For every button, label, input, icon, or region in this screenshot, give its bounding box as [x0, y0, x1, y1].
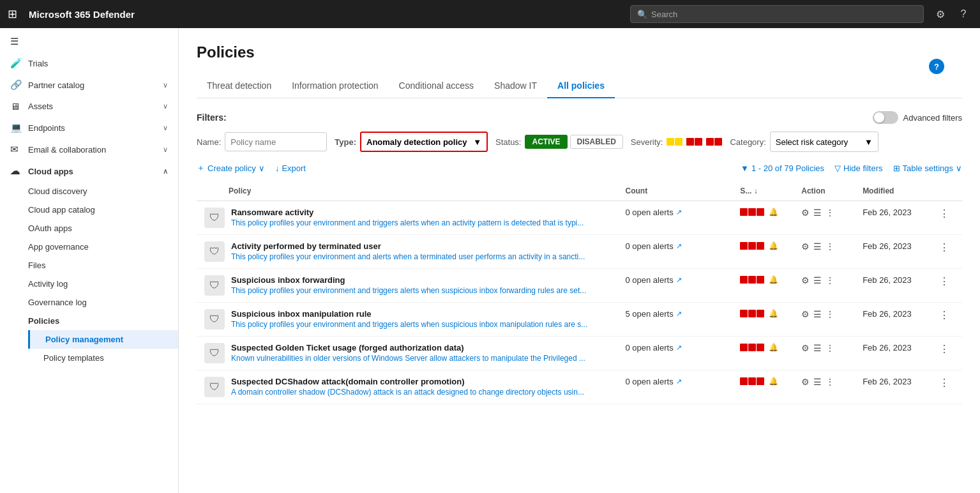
external-link-icon-5[interactable]: ↗: [676, 377, 682, 386]
chevron-down-icon: ∨: [163, 124, 168, 132]
severity-high[interactable]: [706, 138, 722, 146]
action-icons-1: ⚙ ☰ ⋮: [801, 241, 847, 252]
external-link-icon-3[interactable]: ↗: [676, 310, 682, 318]
sidebar-item-policy-templates[interactable]: Policy templates: [28, 349, 178, 367]
open-alerts-3: 5 open alerts: [625, 309, 673, 319]
sidebar-item-cloud-apps[interactable]: ☁ Cloud apps ∧: [0, 160, 178, 182]
sidebar-hamburger[interactable]: ☰: [0, 31, 178, 52]
more-icon-5[interactable]: ⋮: [825, 377, 834, 387]
sidebar-item-email-collab[interactable]: ✉ Email & collaboration ∨: [0, 139, 178, 160]
external-link-icon-0[interactable]: ↗: [676, 208, 682, 216]
tab-information-protection[interactable]: Information protection: [282, 74, 388, 98]
severity-medium[interactable]: [686, 138, 702, 146]
table-row: 🛡 Suspicious inbox forwarding This polic…: [197, 269, 962, 303]
sidebar-item-trials[interactable]: 🧪 Trials: [0, 52, 178, 74]
search-box[interactable]: 🔍: [630, 5, 924, 23]
policy-name-0[interactable]: Ransomware activity: [231, 208, 610, 217]
advanced-filters-toggle[interactable]: Advanced filters: [873, 111, 963, 124]
list-icon-0[interactable]: ☰: [813, 208, 822, 218]
sidebar-sub-label-policies: Policies: [28, 316, 59, 326]
external-link-icon-4[interactable]: ↗: [676, 344, 682, 352]
policy-name-1[interactable]: Activity performed by terminated user: [231, 241, 610, 251]
advanced-filters-switch[interactable]: [873, 111, 898, 124]
tab-all-policies[interactable]: All policies: [547, 74, 615, 98]
chevron-down-icon: ∨: [163, 146, 168, 154]
list-icon-1[interactable]: ☰: [813, 241, 822, 252]
row-more-icon-1[interactable]: ⋮: [939, 241, 949, 254]
help-button[interactable]: ?: [929, 59, 944, 74]
th-severity[interactable]: S... ↓: [732, 181, 794, 201]
policy-name-3[interactable]: Suspicious inbox manipulation rule: [231, 309, 610, 319]
sidebar-item-activity-log[interactable]: Activity log: [28, 275, 178, 293]
tab-threat-detection[interactable]: Threat detection: [197, 74, 282, 98]
gear-icon-3[interactable]: ⚙: [801, 309, 810, 319]
name-filter-input[interactable]: [225, 132, 327, 151]
bell-icon-1[interactable]: 🔔: [769, 241, 778, 250]
help-icon[interactable]: ?: [954, 5, 972, 23]
list-icon-3[interactable]: ☰: [813, 309, 822, 319]
status-disabled-button[interactable]: DISABLED: [570, 135, 623, 149]
list-icon-4[interactable]: ☰: [813, 343, 822, 353]
gear-icon-0[interactable]: ⚙: [801, 208, 810, 218]
more-icon-3[interactable]: ⋮: [825, 309, 834, 319]
row-more-icon-3[interactable]: ⋮: [939, 309, 949, 321]
page-title: Policies: [197, 43, 962, 61]
sidebar-item-policy-management[interactable]: Policy management: [28, 330, 178, 349]
category-filter-select[interactable]: Select risk category ▼: [770, 132, 878, 152]
create-policy-button[interactable]: ＋ Create policy ∨: [197, 162, 265, 174]
row-more-icon-4[interactable]: ⋮: [939, 343, 949, 355]
policy-text-0: Ransomware activity This policy profiles…: [231, 208, 610, 227]
action-cell-2: ⚙ ☰ ⋮: [794, 269, 855, 303]
tab-conditional-access[interactable]: Conditional access: [389, 74, 485, 98]
sidebar-item-cloud-discovery[interactable]: Cloud discovery: [28, 182, 178, 201]
external-link-icon-1[interactable]: ↗: [676, 242, 682, 250]
policy-name-2[interactable]: Suspicious inbox forwarding: [231, 275, 610, 285]
gear-icon-5[interactable]: ⚙: [801, 377, 810, 387]
severity-low[interactable]: [667, 138, 682, 146]
status-active-button[interactable]: ACTIVE: [525, 135, 567, 149]
sidebar-item-endpoints[interactable]: 💻 Endpoints ∨: [0, 117, 178, 139]
more-icon-1[interactable]: ⋮: [825, 241, 834, 252]
sidebar-item-partner-catalog[interactable]: 🔗 Partner catalog ∨: [0, 74, 178, 96]
search-input[interactable]: [651, 10, 917, 19]
bell-icon-4[interactable]: 🔔: [769, 343, 778, 352]
sidebar-item-files[interactable]: Files: [28, 256, 178, 275]
type-filter-select[interactable]: Anomaly detection policy ▼: [360, 132, 488, 152]
waffle-icon[interactable]: ⊞: [8, 7, 17, 21]
sidebar-item-oauth-apps[interactable]: OAuth apps: [28, 219, 178, 238]
tab-shadow-it[interactable]: Shadow IT: [484, 74, 547, 98]
list-icon-2[interactable]: ☰: [813, 275, 822, 285]
bell-icon-3[interactable]: 🔔: [769, 309, 778, 318]
export-button[interactable]: ↓ Export: [275, 163, 306, 173]
more-icon-0[interactable]: ⋮: [825, 208, 834, 218]
sev-bars-0: [740, 208, 764, 216]
modified-date-3: Feb 26, 2023: [863, 309, 912, 319]
sidebar-item-cloud-app-catalog[interactable]: Cloud app catalog: [28, 201, 178, 219]
row-actions-cell-5: ⋮: [931, 370, 962, 404]
sidebar-item-governance-log[interactable]: Governance log: [28, 293, 178, 312]
hide-filters-button[interactable]: ▽ Hide filters: [834, 163, 882, 173]
list-icon-5[interactable]: ☰: [813, 377, 822, 387]
gear-icon-2[interactable]: ⚙: [801, 275, 810, 285]
table-settings-button[interactable]: ⊞ Table settings ∨: [893, 163, 963, 173]
policy-name-5[interactable]: Suspected DCShadow attack(domain control…: [231, 377, 610, 386]
gear-icon-4[interactable]: ⚙: [801, 343, 810, 353]
app-title: Microsoft 365 Defender: [29, 9, 622, 20]
policy-name-4[interactable]: Suspected Golden Ticket usage (forged au…: [231, 343, 610, 353]
th-count: Count: [617, 181, 732, 201]
row-more-icon-0[interactable]: ⋮: [939, 208, 949, 220]
more-icon-2[interactable]: ⋮: [825, 275, 834, 285]
sidebar-item-assets[interactable]: 🖥 Assets ∨: [0, 96, 178, 117]
settings-icon[interactable]: ⚙: [931, 5, 949, 23]
gear-icon-1[interactable]: ⚙: [801, 241, 810, 252]
external-link-icon-2[interactable]: ↗: [676, 276, 682, 284]
bell-icon-2[interactable]: 🔔: [769, 275, 778, 284]
sidebar-item-app-governance[interactable]: App governance: [28, 238, 178, 256]
sidebar-item-policies-parent[interactable]: Policies: [28, 312, 178, 330]
more-icon-4[interactable]: ⋮: [825, 343, 834, 353]
bell-icon-5[interactable]: 🔔: [769, 377, 778, 386]
bell-icon-0[interactable]: 🔔: [769, 208, 778, 216]
filter-controls: Name: Type: Anomaly detection policy ▼ S…: [197, 132, 962, 152]
row-more-icon-2[interactable]: ⋮: [939, 275, 949, 287]
row-more-icon-5[interactable]: ⋮: [939, 377, 949, 389]
